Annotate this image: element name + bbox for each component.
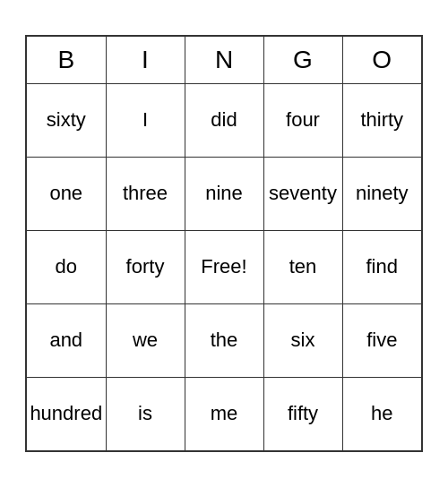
bingo-card: BINGO sixtyIdidfourthirtyonethreeninesev… — [25, 35, 423, 452]
bingo-cell-r0-c2: did — [185, 83, 263, 157]
bingo-table: BINGO sixtyIdidfourthirtyonethreeninesev… — [27, 37, 421, 450]
table-row: andwethesixfive — [27, 303, 421, 377]
bingo-cell-r4-c0: hundred — [27, 377, 106, 450]
bingo-cell-r3-c3: six — [263, 303, 342, 377]
bingo-cell-r4-c4: he — [342, 377, 421, 450]
bingo-cell-r2-c1: forty — [106, 230, 185, 303]
bingo-cell-r0-c0: sixty — [27, 83, 106, 157]
bingo-cell-r1-c0: one — [27, 157, 106, 230]
header-cell-o: O — [342, 37, 421, 83]
bingo-cell-r3-c4: five — [342, 303, 421, 377]
bingo-cell-r4-c3: fifty — [263, 377, 342, 450]
bingo-cell-r1-c4: ninety — [342, 157, 421, 230]
header-cell-i: I — [106, 37, 185, 83]
bingo-cell-r2-c2: Free! — [185, 230, 263, 303]
bingo-cell-r4-c2: me — [185, 377, 263, 450]
header-cell-g: G — [263, 37, 342, 83]
bingo-cell-r1-c2: nine — [185, 157, 263, 230]
header-row: BINGO — [27, 37, 421, 83]
bingo-cell-r2-c0: do — [27, 230, 106, 303]
bingo-cell-r2-c4: find — [342, 230, 421, 303]
bingo-cell-r2-c3: ten — [263, 230, 342, 303]
bingo-cell-r1-c1: three — [106, 157, 185, 230]
table-row: hundredismefiftyhe — [27, 377, 421, 450]
header-cell-n: N — [185, 37, 263, 83]
bingo-cell-r0-c4: thirty — [342, 83, 421, 157]
bingo-cell-r1-c3: seventy — [263, 157, 342, 230]
bingo-cell-r3-c2: the — [185, 303, 263, 377]
bingo-cell-r0-c3: four — [263, 83, 342, 157]
bingo-cell-r3-c0: and — [27, 303, 106, 377]
bingo-cell-r0-c1: I — [106, 83, 185, 157]
header-cell-b: B — [27, 37, 106, 83]
bingo-cell-r4-c1: is — [106, 377, 185, 450]
bingo-cell-r3-c1: we — [106, 303, 185, 377]
table-row: dofortyFree!tenfind — [27, 230, 421, 303]
table-row: onethreenineseventyninety — [27, 157, 421, 230]
table-row: sixtyIdidfourthirty — [27, 83, 421, 157]
bingo-body: sixtyIdidfourthirtyonethreenineseventyni… — [27, 83, 421, 450]
